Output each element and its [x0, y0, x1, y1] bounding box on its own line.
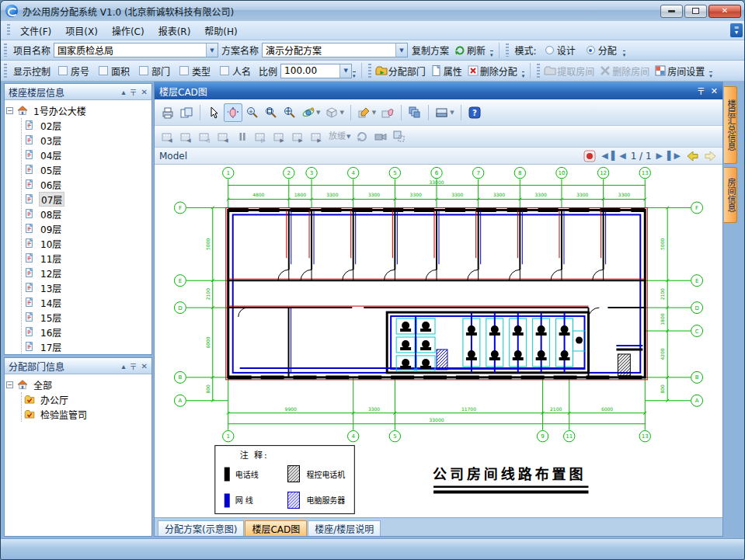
display-checkbox-3[interactable]: 类型 — [179, 64, 211, 78]
toolbar-overflow[interactable]: ▾ — [353, 71, 356, 79]
properties-button[interactable]: 属性 — [444, 63, 466, 79]
anim-loop-button[interactable] — [353, 128, 371, 145]
menu-item-0[interactable]: 文件(F) — [13, 22, 58, 40]
tab-room-info[interactable]: 房间信息 — [724, 167, 737, 223]
tree-node-floor-02[interactable]: 02层 — [23, 118, 150, 133]
print-preview-button[interactable] — [178, 104, 195, 121]
department-panel-header[interactable]: 分配部门信息 ▴ 〒 ✕ — [5, 358, 151, 374]
assign-department-button[interactable]: 分配部门 — [388, 63, 430, 79]
pan-hand-button[interactable] — [224, 103, 242, 122]
view-tab-2[interactable]: 楼座/楼层说明 — [308, 520, 381, 536]
tab-floor-summary[interactable]: 楼层汇总信息 — [724, 86, 737, 164]
view-tab-0[interactable]: 分配方案(示意图) — [158, 520, 244, 536]
scale-combo[interactable]: 100.00▼ — [280, 64, 352, 78]
project-name-combo[interactable]: 国家质检总局▼ — [54, 43, 218, 57]
close-icon[interactable]: ✕ — [141, 88, 148, 96]
tree-node-floor-07[interactable]: 07层 — [23, 192, 150, 207]
back-arrow-icon[interactable] — [685, 149, 699, 163]
prev-page-icon[interactable]: ◀ — [619, 151, 625, 161]
tree-node-floor-12[interactable]: 12层 — [23, 266, 150, 280]
pin-icon[interactable]: 〒 — [130, 86, 138, 98]
anim-step-fwd-button[interactable]: ▷ — [252, 128, 270, 145]
orbit-button[interactable]: ▼ — [300, 104, 322, 121]
collapse-icon[interactable]: ▴ — [122, 88, 126, 96]
tree-node-floor-06[interactable]: 06层 — [23, 177, 150, 192]
display-checkbox-1[interactable]: 面积 — [99, 64, 130, 78]
tree-node-floor-16[interactable]: 16层 — [23, 325, 150, 339]
scheme-name-combo[interactable]: 演示分配方案▼ — [262, 43, 408, 57]
collapse-expander[interactable]: − — [6, 381, 13, 388]
mode-assign-radio[interactable]: 分配 — [587, 43, 617, 57]
color-swatch-button[interactable]: ▼ — [433, 104, 455, 121]
help-button[interactable]: ? — [466, 104, 483, 121]
anim-back-button[interactable]: ◀ — [215, 128, 232, 145]
anim-region-button[interactable] — [391, 128, 408, 145]
anim-first-button[interactable]: ◀ — [159, 128, 176, 145]
cad-panel-header[interactable]: 楼层CAD图 〒 ✕ — [155, 82, 722, 99]
tree-node-floor-04[interactable]: 04层 — [23, 148, 150, 162]
anim-pause-button[interactable] — [234, 128, 251, 145]
tree-node-all-departments[interactable]: −全部 — [6, 377, 150, 392]
tree-node-floor-09[interactable]: 09层 — [23, 221, 150, 236]
menu-overflow-button[interactable]: ≡▾ — [730, 23, 743, 37]
anim-camera-button[interactable] — [372, 128, 389, 145]
mode-design-radio[interactable]: 设计 — [545, 43, 576, 57]
display-checkbox-2[interactable]: 部门 — [139, 64, 170, 78]
tree-node-floor-05[interactable]: 05层 — [23, 162, 150, 177]
zoom-window-button[interactable] — [263, 104, 280, 121]
close-button[interactable]: ✕ — [708, 5, 741, 18]
forward-arrow-icon[interactable] — [704, 149, 718, 163]
restore-button[interactable] — [684, 5, 707, 18]
tree-node-floor-08[interactable]: 08层 — [23, 207, 150, 221]
object-grab-button[interactable] — [379, 104, 396, 121]
next-page-icon[interactable]: ▶ — [656, 151, 663, 161]
anim-play-pause-button[interactable]: ▶ — [290, 128, 307, 145]
delete-room-button[interactable]: 删除房间 — [612, 63, 653, 79]
toolbar-overflow[interactable]: ▾ — [623, 50, 626, 58]
tree-node-floor-15[interactable]: 15层 — [23, 310, 150, 325]
close-icon[interactable]: ✕ — [711, 86, 718, 96]
last-page-icon[interactable]: ▌▶ — [667, 151, 681, 161]
model-tab[interactable]: Model — [159, 151, 187, 162]
tree-node-department-1[interactable]: 检验监管司 — [23, 407, 150, 422]
tree-node-building1[interactable]: −1号办公大楼 — [6, 103, 150, 118]
refresh-button[interactable]: 刷新 — [467, 42, 489, 58]
anim-step-back-button[interactable]: ◁ — [197, 128, 214, 145]
print-button[interactable] — [159, 104, 176, 121]
extract-room-button[interactable]: 提取房间 — [557, 63, 598, 79]
display-checkbox-0[interactable]: 房号 — [58, 64, 89, 78]
tree-node-floor-14[interactable]: 14层 — [23, 295, 150, 310]
anim-play-button[interactable]: ▶ — [271, 128, 288, 145]
anim-speed-button[interactable]: 放缓▼ — [327, 130, 352, 142]
zoom-extents-button[interactable] — [281, 104, 298, 121]
toolbar-overflow[interactable]: ▾ — [490, 50, 493, 58]
menu-item-4[interactable]: 帮助(H) — [197, 22, 244, 40]
toolbar-overflow[interactable]: ▾ — [709, 71, 712, 79]
copy-scheme-button[interactable]: 复制方案 — [408, 42, 453, 58]
minimize-button[interactable] — [660, 5, 683, 18]
tree-node-floor-10[interactable]: 10层 — [23, 236, 150, 251]
cad-canvas[interactable]: 1234567810121333000480018003300330033003… — [155, 165, 722, 517]
pin-icon[interactable]: 〒 — [130, 360, 138, 372]
collapse-icon[interactable]: ▴ — [122, 362, 126, 370]
tree-node-floor-03[interactable]: 03层 — [23, 133, 150, 148]
pin-icon[interactable]: 〒 — [697, 85, 705, 97]
building-floor-panel-header[interactable]: 楼座楼层信息 ▴ 〒 ✕ — [5, 84, 151, 100]
collapse-expander[interactable]: − — [6, 107, 13, 114]
display-checkbox-4[interactable]: 人名 — [220, 64, 251, 78]
first-page-icon[interactable]: ◀▐ — [601, 151, 614, 161]
toolbar-overflow[interactable]: ▾ — [522, 71, 525, 79]
title-bar[interactable]: 办公用房分配系统 V1.0 (北京新诚软科技有限公司) ✕ — [1, 1, 745, 21]
close-icon[interactable]: ✕ — [141, 362, 148, 370]
delete-assignment-button[interactable]: 删除分配 — [480, 63, 521, 79]
zoom-in-out-button[interactable]: ± — [244, 104, 261, 121]
anim-prev-key-button[interactable]: ◀ — [178, 128, 195, 145]
room-settings-button[interactable]: 房间设置 — [667, 63, 708, 79]
views-cube-button[interactable]: ▼ — [323, 104, 345, 121]
view-tab-1[interactable]: 楼层CAD图 — [245, 520, 307, 536]
tree-node-department-0[interactable]: 办公厅 — [23, 392, 150, 407]
tree-node-floor-11[interactable]: 11层 — [23, 251, 150, 266]
menu-item-3[interactable]: 报表(R) — [151, 22, 198, 40]
tree-node-floor-17[interactable]: 17层 — [23, 339, 150, 354]
menu-item-2[interactable]: 操作(C) — [105, 22, 151, 40]
